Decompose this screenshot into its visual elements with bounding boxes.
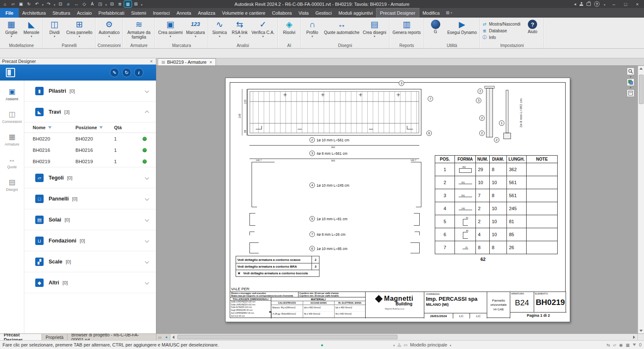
tab-annota[interactable]: Annota [173,8,195,18]
drawing-canvas[interactable]: 148 110 38 3 7 6 [156,66,644,333]
tab-moduli-aggiuntivi[interactable]: Moduli aggiuntivi [335,8,376,18]
tab-collabora[interactable]: Collabora [269,8,295,18]
category-solai[interactable]: ▤ Solai[0] [24,209,156,230]
crea-assiemi-button[interactable]: ▣Crea assiemi [157,19,184,43]
armature-da-famiglia-button[interactable]: ≋Armature da famiglia [125,19,153,43]
visual-style-icon[interactable]: ● [163,334,170,340]
esegui-dynamo-button[interactable]: ▶Esegui Dynamo [446,19,478,43]
panel-tab-proprieta[interactable]: Proprietà [42,334,68,340]
g-button[interactable]: G [426,19,445,43]
filter-icon[interactable] [633,344,636,346]
vertical-scrollbar[interactable] [638,66,644,333]
genera-reports-button[interactable]: ▥Genera reports [391,19,422,43]
tile-views-icon[interactable]: ⊞ [132,1,140,7]
sync-icon[interactable]: ↻ [25,1,33,7]
print-icon[interactable]: ⊡ [57,1,64,7]
dividi-button[interactable]: ◫Dividi [45,19,64,43]
tab-analizza[interactable]: Analizza [195,8,219,18]
profilo-button[interactable]: ∩Profilo [303,19,322,43]
minimize-button[interactable]: – [610,2,618,7]
monitor-icon[interactable]: ▭ [404,343,408,347]
travi-row-bh0219[interactable]: BH0219 BH0219 1 [24,156,156,167]
select-underlay-icon[interactable]: ▱ [613,343,616,347]
category-pannelli[interactable]: □ Pannelli[0] [24,188,156,209]
close-view-icon[interactable]: × [210,60,212,65]
category-tegoli[interactable]: ▱ Tegoli[0] [24,167,156,188]
tab-struttura[interactable]: Struttura [49,8,73,18]
views-dropdown-icon[interactable] [630,86,631,89]
collaborate-icon[interactable] [397,343,401,347]
select-elements-icon[interactable]: ▦ [626,343,629,347]
quote-automatiche-button[interactable]: ↔Quote automatiche [323,19,361,43]
mensole-button[interactable]: ◣Mensole [22,19,41,43]
view-tab-bh0219-armature[interactable]: ▤ BH0219 - Armature × [158,58,216,65]
views-tool-button[interactable] [627,78,634,86]
vertical-scrollbar-thumb[interactable] [639,75,644,104]
griglie-button[interactable]: ▦Griglie [2,19,21,43]
rail-item-connessioni[interactable]: ◫Connessioni [0,106,24,128]
selection-panel-dropdown[interactable]: ⊞ [443,8,455,18]
tab-volumetrie-e-cantiere[interactable]: Volumetrie e cantiere [218,8,268,18]
3d-view-icon[interactable]: ◳ [96,1,104,7]
schedules-icon[interactable]: ▦ [124,1,132,7]
rsa-link-button[interactable]: ⇆RSA link [230,19,249,43]
select-links-icon[interactable]: ⇆ [607,343,610,347]
crea-pannello-button[interactable]: ⊞Crea pannello [65,19,93,43]
tab-prefabbricati[interactable]: Prefabbricati [95,8,128,18]
help-dropdown-icon[interactable] [603,2,606,7]
collapse-icon[interactable]: ◂ [574,2,576,6]
panel-titlebar[interactable]: Precast Designer × [0,58,156,65]
measure-icon[interactable]: ⌀ [65,1,72,7]
panel-tab-browser-di-progetto[interactable]: Browser di progetto - R6-C-0B-FA-00001.r… [68,334,156,340]
risolvi-button[interactable]: ◈Risolvi [280,19,299,43]
scroll-up-icon[interactable] [639,68,643,70]
horizontal-scrollbar[interactable] [170,334,637,340]
model-dropdown-icon[interactable] [450,342,452,347]
category-scale[interactable]: ▞ Scale[0] [24,251,156,272]
text-icon[interactable]: A [88,1,96,7]
scale-display-icon[interactable]: ▭ [156,334,163,340]
tab-acciaio[interactable]: Acciaio [73,8,95,18]
verifica-ca-button[interactable]: ✓Verifica C.A. [250,19,276,43]
refresh-button[interactable]: ↻ [122,68,131,77]
aligned-dimension-icon[interactable]: ↔ [73,1,80,7]
account-icon[interactable] [579,2,583,6]
horizontal-scrollbar-thumb[interactable] [177,335,397,339]
category-altri[interactable]: ◆ Altri[0] [24,272,156,293]
database-item[interactable]: ≣Database [482,28,520,34]
undo-dropdown-icon[interactable] [41,2,44,7]
aiuto-button[interactable]: ?Aiuto [523,19,542,43]
thin-lines-icon[interactable]: ≣ [116,1,124,7]
tab-file[interactable]: File [0,8,19,18]
select-pinned-icon[interactable]: ◉ [619,343,623,347]
scroll-left-icon[interactable] [170,334,177,340]
scroll-down-icon[interactable] [639,330,643,332]
tab-vista[interactable]: Vista [295,8,312,18]
options-dropdown-icon[interactable] [393,342,395,347]
automatico-button[interactable]: ⚙Automatico [97,19,121,43]
scroll-right-icon[interactable] [631,334,637,340]
info-button[interactable]: i [134,68,143,77]
mostra-nascondi-item[interactable]: ⇄Mostra/Nascondi [482,21,520,27]
3d-view-dropdown-icon[interactable] [104,2,108,7]
rail-item-quote[interactable]: ↔Quote [0,151,24,174]
qat-customize-icon[interactable] [140,2,143,7]
info-item[interactable]: ⓘInfo [482,34,520,40]
zoom-tool-button[interactable] [627,68,634,75]
tab-gestisci[interactable]: Gestisci [312,8,335,18]
tab-architettura[interactable]: Architettura [19,8,49,18]
category-travi[interactable]: ◣ Travi[3] [24,102,156,122]
category-fondazioni[interactable]: ⊔ Fondazioni[0] [24,230,156,251]
help-icon[interactable]: ? [594,1,600,7]
tab-sistemi[interactable]: Sistemi [128,8,150,18]
store-icon[interactable] [587,3,591,6]
restore-button[interactable]: □ [621,2,630,7]
crea-disegni-button[interactable]: ▤Crea disegni [361,19,387,43]
rail-item-assiemi[interactable]: ▣Assiemi [0,83,24,106]
tab-precast-designer[interactable]: Precast Designer [376,8,419,18]
tag-icon[interactable]: ◇ [80,1,88,7]
panel-close-icon[interactable]: × [149,59,154,64]
worksharing-status-icon[interactable]: ● [321,343,323,347]
drawing-sheet[interactable]: 148 110 38 3 7 6 [225,78,570,322]
edit-button[interactable]: ✎ [110,68,119,77]
